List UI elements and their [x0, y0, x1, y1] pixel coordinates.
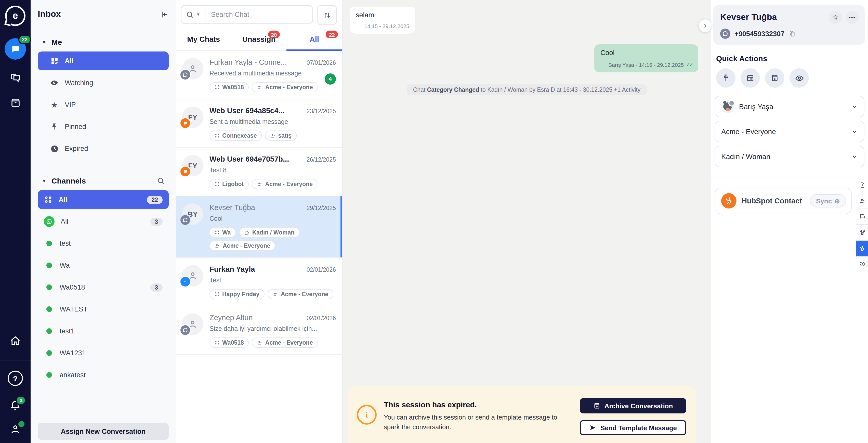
conversation-preview: Received a multimedia message [210, 70, 336, 77]
conversation-name: Furkan Yayla - Conne... [210, 58, 307, 66]
notification-count-badge: 3 [16, 395, 26, 405]
grid-icon [215, 340, 220, 345]
team-dropdown[interactable]: Acme - Everyone [715, 121, 864, 142]
channels-search-icon[interactable] [157, 177, 165, 184]
more-options-button[interactable]: ••• [845, 11, 859, 24]
nav-inbox-active[interactable]: 22 [5, 38, 26, 60]
conversation-row[interactable]: FY Web User 694e7057b... 26/12/2025 Test… [176, 148, 342, 196]
avatar: FY [182, 155, 204, 176]
channel-chip: Wa0518 [210, 82, 249, 92]
expand-panel-button[interactable] [699, 19, 712, 32]
tab-notes[interactable] [856, 177, 868, 193]
people-icon [270, 133, 276, 139]
unassign-count-badge: 20 [268, 31, 280, 38]
conversation-preview: Sent a multimedia message [210, 118, 336, 125]
conversation-row[interactable]: FY Web User 694a85c4... 23/12/2025 Sent … [176, 99, 342, 148]
nav-conversations[interactable] [10, 73, 21, 84]
archive-button[interactable] [765, 68, 784, 88]
tab-hubspot-active[interactable] [856, 241, 868, 257]
conversation-date: 02/01/2026 [307, 315, 336, 321]
eye-icon [50, 79, 59, 87]
avatar [182, 314, 204, 335]
sidebar-channel-watest[interactable]: WATEST [38, 300, 169, 319]
nav-archive[interactable] [10, 97, 21, 108]
watch-button[interactable] [789, 68, 809, 88]
sidebar-channel-whatsapp-all[interactable]: All 3 [38, 212, 169, 231]
category-chip: Kadın / Woman [239, 227, 300, 238]
sidebar-item-me-all[interactable]: All [38, 52, 169, 70]
chevron-down-icon[interactable]: ▼ [42, 39, 46, 45]
contact-card: Kevser Tuğba ☆ ••• +905459332307 [713, 5, 865, 45]
tab-contacts[interactable] [856, 193, 868, 209]
tab-conversations[interactable] [856, 209, 868, 225]
channel-status-dot [46, 306, 52, 312]
pin-conversation-button[interactable] [716, 68, 736, 88]
home-icon [10, 335, 21, 347]
archive-conversation-button[interactable]: Archive Conversation [580, 398, 686, 413]
grid-icon [215, 181, 220, 186]
copy-icon[interactable] [788, 30, 796, 37]
nav-help[interactable]: ? [8, 371, 23, 386]
people-icon [215, 243, 220, 248]
conversation-row[interactable]: Furkan Yayla - Conne... 07/01/2026 Recei… [176, 51, 342, 99]
sidebar-item-vip[interactable]: ★ VIP [38, 95, 169, 114]
tab-unassign[interactable]: Unassign 20 [231, 28, 286, 51]
clock-icon [50, 145, 59, 153]
expired-title: This session has expired. [384, 400, 560, 409]
tab-history[interactable] [856, 257, 868, 272]
chevron-down-icon[interactable]: ▼ [42, 178, 46, 183]
people-icon [257, 84, 263, 90]
channel-chip: Ligobot [210, 179, 249, 189]
search-chat-box: ▼ [181, 5, 313, 24]
conversation-row[interactable]: Zeynep Altun 02/01/2026 Size daha iyi ya… [176, 306, 342, 355]
nav-profile[interactable] [10, 424, 21, 435]
schedule-button[interactable] [741, 68, 760, 88]
assign-new-conversation-button[interactable]: Assign New Conversation [38, 423, 169, 440]
conversation-name: Furkan Yayla [210, 265, 307, 273]
tab-my-chats[interactable]: My Chats [176, 28, 231, 51]
sidebar-channel-wa1231[interactable]: WA1231 [38, 344, 169, 362]
nav-home[interactable] [10, 335, 21, 347]
sidebar-item-pinned[interactable]: Pinned [38, 117, 169, 136]
pin-icon [50, 123, 59, 130]
search-scope-button[interactable]: ▼ [181, 6, 206, 24]
sidebar-item-expired[interactable]: Expired [38, 139, 169, 158]
assignee-dropdown[interactable]: Barış Yaşa [715, 96, 864, 117]
conversation-row-selected[interactable]: BY Kevser Tuğba 29/12/2025 Cool Wa Kadın… [176, 196, 342, 258]
send-icon [589, 424, 596, 431]
tab-flows[interactable] [856, 225, 868, 241]
favorite-star-button[interactable]: ☆ [829, 11, 842, 24]
conversation-row[interactable]: Furkan Yayla 02/01/2026 Test Happy Frida… [176, 258, 342, 306]
collapse-sidebar-icon[interactable] [160, 10, 169, 19]
sidebar-channel-wa0518[interactable]: Wa0518 3 [38, 278, 169, 297]
team-chip: Acme - Everyone [210, 241, 276, 251]
app-logo-icon[interactable]: e [5, 6, 26, 26]
question-icon: ? [8, 371, 23, 386]
conversation-list: Furkan Yayla - Conne... 07/01/2026 Recei… [176, 51, 342, 443]
read-receipt-icon: ✓✓ [686, 61, 692, 68]
sidebar-channel-wa[interactable]: Wa [38, 256, 169, 275]
sidebar-channel-all[interactable]: All 22 [38, 190, 169, 209]
tab-all[interactable]: All 22 [287, 28, 342, 51]
message-text: selam [356, 11, 409, 19]
conversation-preview: Cool [210, 215, 336, 222]
chat-message-area: selam 14:15 - 29.12.2025 Cool Barış Yaşa… [342, 0, 711, 443]
category-dropdown[interactable]: Kadın / Woman [715, 146, 864, 167]
outgoing-message-bubble: Cool Barış Yaşa - 14:16 - 29.12.2025 ✓✓ [594, 45, 698, 72]
inbox-count-badge: 22 [18, 35, 31, 45]
hubspot-sync-button[interactable]: Sync⊕ [810, 194, 846, 207]
sort-conversations-button[interactable] [317, 5, 337, 25]
grid-icon [215, 133, 220, 138]
sidebar-channel-test[interactable]: test [38, 234, 169, 253]
send-template-message-button[interactable]: Send Template Message [580, 420, 686, 435]
channel-status-dot [46, 241, 52, 246]
sidebar-channel-test1[interactable]: test1 [38, 322, 169, 341]
conversation-date: 07/01/2026 [307, 60, 336, 66]
search-chat-input[interactable] [206, 11, 312, 18]
grid-check-icon [50, 57, 59, 65]
sidebar-channel-ankatest[interactable]: ankatest [38, 365, 169, 384]
sidebar-item-watching[interactable]: Watching [38, 73, 169, 92]
archive-box-icon [10, 97, 21, 108]
online-status-dot [18, 421, 25, 427]
nav-notifications[interactable]: 3 [10, 399, 21, 410]
